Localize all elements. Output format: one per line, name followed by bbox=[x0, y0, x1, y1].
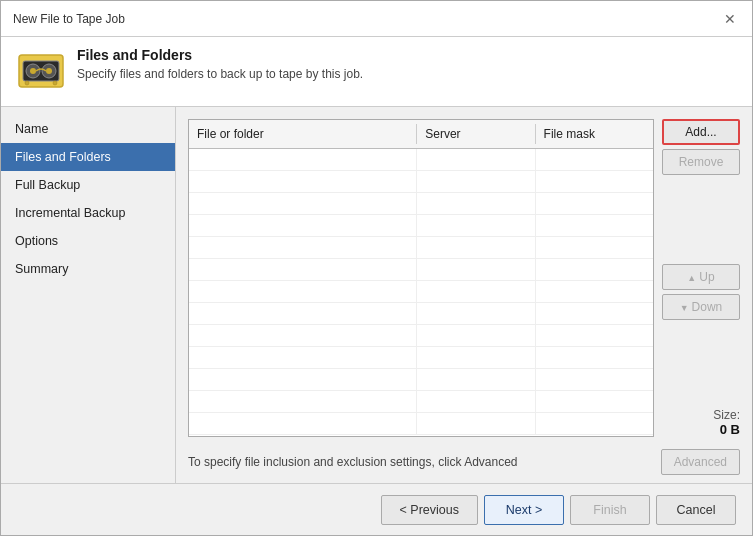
dialog-title: New File to Tape Job bbox=[13, 12, 125, 26]
sidebar-item-options[interactable]: Options bbox=[1, 227, 175, 255]
files-table: File or folder Server File mask bbox=[188, 119, 654, 437]
header-subtitle: Specify files and folders to back up to … bbox=[77, 67, 363, 81]
sidebar-item-incremental-backup[interactable]: Incremental Backup bbox=[1, 199, 175, 227]
tape-icon bbox=[17, 47, 65, 95]
down-button[interactable]: Down bbox=[662, 294, 740, 320]
next-button[interactable]: Next > bbox=[484, 495, 564, 525]
main-panel: File or folder Server File mask bbox=[176, 107, 752, 483]
table-body bbox=[189, 149, 653, 435]
table-row bbox=[189, 237, 653, 259]
table-row bbox=[189, 215, 653, 237]
hint-text: To specify file inclusion and exclusion … bbox=[188, 455, 518, 469]
col-header-mask: File mask bbox=[536, 124, 653, 144]
size-area: Size: 0 B bbox=[662, 408, 740, 437]
down-arrow-icon bbox=[680, 300, 692, 314]
header-text: Files and Folders Specify files and fold… bbox=[77, 47, 363, 81]
dialog-window: New File to Tape Job ✕ bbox=[0, 0, 753, 536]
header-title: Files and Folders bbox=[77, 47, 363, 63]
sidebar: Name Files and Folders Full Backup Incre… bbox=[1, 107, 176, 483]
add-button[interactable]: Add... bbox=[662, 119, 740, 145]
size-value: 0 B bbox=[662, 422, 740, 437]
cancel-button[interactable]: Cancel bbox=[656, 495, 736, 525]
up-button[interactable]: Up bbox=[662, 264, 740, 290]
sidebar-item-name[interactable]: Name bbox=[1, 115, 175, 143]
table-row bbox=[189, 259, 653, 281]
advanced-button[interactable]: Advanced bbox=[661, 449, 740, 475]
up-arrow-icon bbox=[687, 270, 699, 284]
sidebar-item-files-and-folders[interactable]: Files and Folders bbox=[1, 143, 175, 171]
close-button[interactable]: ✕ bbox=[720, 9, 740, 29]
finish-button[interactable]: Finish bbox=[570, 495, 650, 525]
table-row bbox=[189, 369, 653, 391]
svg-point-3 bbox=[30, 68, 36, 74]
content-area: Name Files and Folders Full Backup Incre… bbox=[1, 107, 752, 483]
table-row bbox=[189, 347, 653, 369]
table-row bbox=[189, 171, 653, 193]
hint-row: To specify file inclusion and exclusion … bbox=[188, 445, 740, 475]
previous-button[interactable]: < Previous bbox=[381, 495, 478, 525]
col-header-file: File or folder bbox=[189, 124, 417, 144]
table-header: File or folder Server File mask bbox=[189, 120, 653, 149]
remove-button[interactable]: Remove bbox=[662, 149, 740, 175]
table-row bbox=[189, 325, 653, 347]
table-row bbox=[189, 391, 653, 413]
svg-point-5 bbox=[46, 68, 52, 74]
header-area: Files and Folders Specify files and fold… bbox=[1, 37, 752, 107]
title-bar: New File to Tape Job ✕ bbox=[1, 1, 752, 37]
size-label: Size: bbox=[662, 408, 740, 422]
footer: < Previous Next > Finish Cancel bbox=[1, 483, 752, 535]
svg-point-6 bbox=[25, 81, 29, 85]
sidebar-item-full-backup[interactable]: Full Backup bbox=[1, 171, 175, 199]
table-and-buttons: File or folder Server File mask bbox=[188, 119, 740, 437]
table-row bbox=[189, 413, 653, 435]
svg-point-7 bbox=[53, 81, 57, 85]
col-header-server: Server bbox=[417, 124, 535, 144]
sidebar-item-summary[interactable]: Summary bbox=[1, 255, 175, 283]
table-row bbox=[189, 193, 653, 215]
table-row bbox=[189, 149, 653, 171]
table-row bbox=[189, 281, 653, 303]
table-row bbox=[189, 303, 653, 325]
side-buttons: Add... Remove Up Down Size: 0 B bbox=[662, 119, 740, 437]
